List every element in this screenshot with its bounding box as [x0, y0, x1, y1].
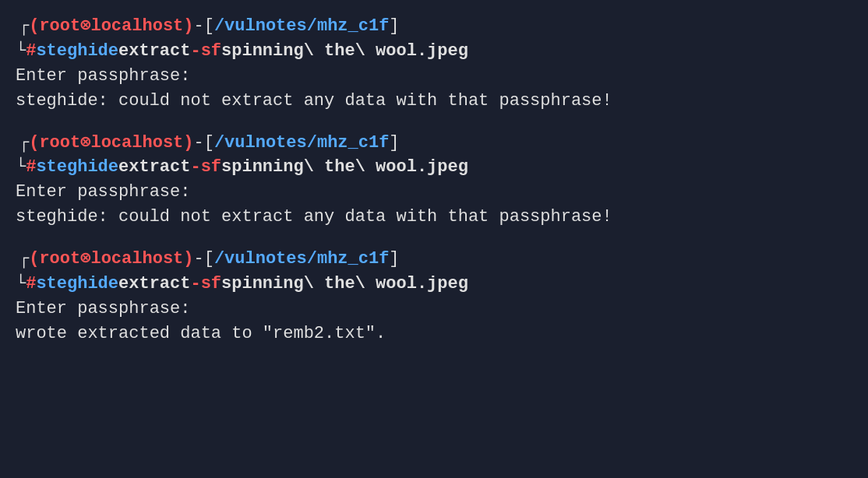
prompt-line2-2: └# steghide extract -sf spinning\ the\ w…: [16, 155, 852, 180]
cmd-filename: spinning\ the\ wool.jpeg: [221, 272, 468, 297]
output-line-2-2: steghide: could not extract any data wit…: [16, 205, 852, 230]
host-text: localhost: [90, 247, 183, 272]
hash-symbol: #: [26, 272, 36, 297]
close-paren: ): [183, 247, 193, 272]
bracket-open: [: [204, 247, 214, 272]
host-text: localhost: [90, 131, 183, 156]
terminal-block-2: ┌(root⊗localhost)-[/vulnotes/mhz_c1f]└# …: [16, 131, 852, 230]
cmd-steghide: steghide: [36, 155, 118, 180]
corner-bottom: └: [16, 272, 26, 297]
corner-bottom: └: [16, 39, 26, 64]
terminal-block-3: ┌(root⊗localhost)-[/vulnotes/mhz_c1f]└# …: [16, 247, 852, 346]
path-text: /vulnotes/mhz_c1f: [214, 247, 389, 272]
host-text: localhost: [90, 14, 183, 39]
cmd-filename: spinning\ the\ wool.jpeg: [221, 155, 468, 180]
output-line-3-1: Enter passphrase:: [16, 297, 852, 322]
corner-top: ┌: [19, 14, 29, 39]
close-paren: ): [183, 14, 193, 39]
close-paren: ): [183, 131, 193, 156]
dash: -: [194, 131, 204, 156]
cmd-flag-sf: -sf: [190, 155, 221, 180]
dash: -: [194, 14, 204, 39]
bracket-close: ]: [389, 14, 399, 39]
terminal: ┌(root⊗localhost)-[/vulnotes/mhz_c1f]└# …: [16, 14, 852, 346]
output-line-1-2: steghide: could not extract any data wit…: [16, 89, 852, 114]
cmd-steghide: steghide: [36, 39, 118, 64]
root-text: root: [39, 247, 80, 272]
hash-symbol: #: [26, 39, 36, 64]
skull-icon: ⊗: [80, 247, 90, 272]
bracket-close: ]: [389, 131, 399, 156]
path-text: /vulnotes/mhz_c1f: [214, 14, 389, 39]
terminal-block-1: ┌(root⊗localhost)-[/vulnotes/mhz_c1f]└# …: [16, 14, 852, 114]
bracket-close: ]: [389, 247, 399, 272]
output-line-3-2: wrote extracted data to "remb2.txt".: [16, 322, 852, 346]
skull-icon: ⊗: [80, 131, 90, 156]
prompt-line2-1: └# steghide extract -sf spinning\ the\ w…: [16, 39, 852, 64]
dash: -: [194, 247, 204, 272]
prompt-line1-3: ┌(root⊗localhost)-[/vulnotes/mhz_c1f]: [19, 247, 852, 272]
open-paren: (: [29, 247, 39, 272]
output-line-2-1: Enter passphrase:: [16, 180, 852, 205]
prompt-line1-1: ┌(root⊗localhost)-[/vulnotes/mhz_c1f]: [19, 14, 852, 39]
cmd-extract: extract: [118, 272, 190, 297]
root-text: root: [39, 131, 80, 156]
cmd-flag-sf: -sf: [190, 39, 221, 64]
hash-symbol: #: [26, 155, 36, 180]
bracket-open: [: [204, 14, 214, 39]
prompt-line1-2: ┌(root⊗localhost)-[/vulnotes/mhz_c1f]: [19, 131, 852, 156]
cmd-extract: extract: [118, 155, 190, 180]
cmd-steghide: steghide: [36, 272, 118, 297]
open-paren: (: [29, 131, 39, 156]
corner-top: ┌: [19, 247, 29, 272]
cmd-filename: spinning\ the\ wool.jpeg: [221, 39, 468, 64]
corner-top: ┌: [19, 131, 29, 156]
skull-icon: ⊗: [80, 14, 90, 39]
output-line-1-1: Enter passphrase:: [16, 64, 852, 89]
prompt-line2-3: └# steghide extract -sf spinning\ the\ w…: [16, 272, 852, 297]
root-text: root: [39, 14, 80, 39]
cmd-flag-sf: -sf: [190, 272, 221, 297]
bracket-open: [: [204, 131, 214, 156]
cmd-extract: extract: [118, 39, 190, 64]
path-text: /vulnotes/mhz_c1f: [214, 131, 389, 156]
corner-bottom: └: [16, 155, 26, 180]
open-paren: (: [29, 14, 39, 39]
